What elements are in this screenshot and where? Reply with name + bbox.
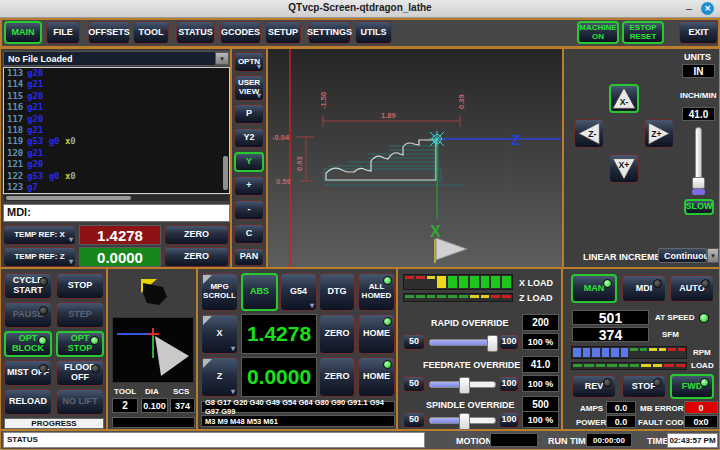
dro-panel: MPG SCROLL ABS G54▾ DTG ALL HOMED X▾ 1.4…: [197, 268, 397, 430]
progress-bar: PROGRESS: [4, 418, 104, 429]
spindle-fwd-button[interactable]: FWD: [670, 374, 714, 399]
abs-button[interactable]: ABS: [241, 273, 278, 311]
feedrate-override-slider[interactable]: [429, 381, 496, 388]
minimize-icon[interactable]: –: [686, 2, 692, 14]
gcode-file-list[interactable]: 113g20 114g21 115g20 116g21 117g20 118g2…: [3, 67, 230, 194]
man-mode-button[interactable]: MAN: [571, 274, 617, 303]
tab-utils[interactable]: UTILS: [355, 21, 392, 44]
tab-status[interactable]: STATUS: [176, 21, 215, 44]
mpg-scroll-button[interactable]: MPG SCROLL: [201, 273, 238, 311]
temp-ref-x-button[interactable]: TEMP REF: X▾: [3, 225, 76, 245]
run-time-value: 00:00:00: [586, 433, 632, 447]
fwd-led: [700, 378, 709, 387]
vertical-scrollbar[interactable]: [223, 156, 228, 190]
mdi-mode-button[interactable]: MDI: [622, 275, 666, 302]
slow-button[interactable]: SLOW: [684, 199, 714, 215]
jog-z-minus-button[interactable]: Z-: [574, 119, 604, 148]
jog-rate-slider-handle[interactable]: [692, 177, 705, 189]
g54-button[interactable]: G54▾: [280, 273, 317, 311]
z-axis-select-button[interactable]: Z▾: [201, 357, 238, 397]
tab-offsets[interactable]: OFFSETS: [88, 21, 130, 44]
exit-button[interactable]: EXIT: [679, 21, 718, 44]
cycle-stop-button[interactable]: STOP: [56, 273, 104, 299]
jog-z-plus-button[interactable]: Z+: [644, 119, 674, 148]
tab-main[interactable]: MAIN: [4, 21, 42, 44]
rapid-min-button[interactable]: 50: [403, 334, 425, 350]
view-y2-button[interactable]: Y2: [234, 128, 264, 148]
rapid-override-slider[interactable]: [429, 339, 496, 346]
rapid-max-button[interactable]: 100: [499, 334, 519, 350]
opt-block-button[interactable]: OPT BLOCK: [4, 331, 52, 357]
toolpath-preview: 1.89 -1.50 0.39 -0.04 0.63 0.59: [268, 49, 562, 267]
x-axis-select-button[interactable]: X▾: [201, 314, 238, 354]
svg-text:Z-: Z-: [588, 129, 596, 139]
temp-ref-z-zero-button[interactable]: ZERO: [164, 247, 229, 267]
auto-mode-button[interactable]: AUTO: [670, 275, 714, 302]
x-home-button[interactable]: HOME: [358, 314, 395, 354]
machine-on-button[interactable]: MACHINE ON: [577, 21, 619, 44]
gremlin-plot-area[interactable]: 1.89 -1.50 0.39 -0.04 0.63 0.59: [267, 48, 563, 268]
estop-reset-button[interactable]: ESTOP RESET: [622, 21, 664, 44]
file-header[interactable]: No File Loaded ▾: [3, 51, 230, 66]
tab-gcodes[interactable]: GCODES: [220, 21, 261, 44]
cycle-panel: CYCLE START STOP PAUSE STEP OPT BLOCK OP…: [0, 268, 107, 430]
cycle-start-button[interactable]: CYCLE START: [4, 273, 52, 299]
feedrate-max-button[interactable]: 100: [499, 376, 519, 392]
view-pan-button[interactable]: PAN: [234, 248, 264, 266]
triangle-left-icon: Z-: [576, 121, 602, 146]
chevron-down-icon: ▾: [69, 236, 73, 245]
reload-button[interactable]: RELOAD: [4, 389, 52, 415]
view-user-view-button[interactable]: USER VIEW▾: [234, 75, 264, 101]
jog-x-minus-button[interactable]: X-: [609, 84, 639, 113]
view-p-button[interactable]: P: [234, 104, 264, 124]
x-zero-button[interactable]: ZERO: [319, 314, 355, 354]
feedrate-override-pct: 100 %: [522, 375, 559, 392]
feedrate-slider-handle[interactable]: [459, 377, 470, 394]
chevron-down-icon: ▾: [69, 258, 73, 267]
horizontal-scrollbar[interactable]: [4, 195, 229, 201]
pause-button[interactable]: PAUSE: [4, 302, 52, 328]
step-button[interactable]: STEP: [56, 302, 104, 328]
view-c-button[interactable]: C: [234, 224, 264, 244]
rapid-slider-handle[interactable]: [487, 335, 498, 352]
dim-top-label: -0.04: [272, 133, 290, 142]
z-zero-button[interactable]: ZERO: [319, 357, 355, 397]
view-optn-button[interactable]: OPTN▾: [234, 52, 264, 72]
file-header-dropdown-icon[interactable]: ▾: [215, 52, 229, 65]
spindle-max-button[interactable]: 100: [499, 412, 519, 428]
tab-setup[interactable]: SETUP: [265, 21, 301, 44]
all-homed-button[interactable]: ALL HOMED: [358, 273, 395, 311]
opt-stop-button[interactable]: OPT STOP: [56, 331, 104, 357]
chevron-down-icon: ▾: [231, 345, 235, 354]
close-icon[interactable]: ✕: [701, 2, 714, 15]
spindle-stop-led: [653, 378, 662, 387]
time-value: 02:43:57 PM: [667, 433, 718, 448]
dtg-button[interactable]: DTG: [319, 273, 355, 311]
feedrate-min-button[interactable]: 50: [403, 376, 425, 392]
spindle-rev-button[interactable]: REV: [572, 375, 616, 398]
jog-x-plus-button[interactable]: X+: [609, 154, 639, 183]
z-home-button[interactable]: HOME: [358, 357, 395, 397]
tab-tool[interactable]: TOOL: [133, 21, 169, 44]
view-zoom-in-button[interactable]: +: [234, 176, 264, 196]
linear-increment-combo[interactable]: Continuous: [658, 248, 707, 263]
view-zoom-out-button[interactable]: -: [234, 200, 264, 220]
spindle-override-slider[interactable]: [429, 417, 496, 424]
temp-ref-z-button[interactable]: TEMP REF: Z▾: [3, 247, 76, 267]
tab-file[interactable]: FILE: [46, 21, 80, 44]
flood-button[interactable]: FLOOD OFF: [56, 360, 104, 386]
spindle-slider-handle[interactable]: [459, 413, 470, 430]
temp-ref-x-zero-button[interactable]: ZERO: [164, 225, 229, 245]
mist-button[interactable]: MIST OFF: [4, 360, 52, 386]
svg-text:Z+: Z+: [651, 129, 661, 139]
spindle-load-bar: [571, 362, 687, 370]
no-lift-button[interactable]: NO LIFT: [56, 389, 104, 415]
spindle-min-button[interactable]: 50: [403, 412, 425, 428]
tab-settings[interactable]: SETTINGS: [308, 21, 351, 44]
spindle-stop-button[interactable]: STOP: [622, 375, 666, 398]
tool-number-label: TOOL: [114, 387, 136, 396]
active-gcodes-display: G8 G17 G20 G40 G49 G54 G64 G80 G90 G91.1…: [201, 401, 395, 413]
view-y-button[interactable]: Y: [234, 152, 264, 172]
linear-increment-dropdown-icon[interactable]: ▾: [707, 248, 719, 263]
mdi-input[interactable]: MDI:: [3, 204, 230, 222]
